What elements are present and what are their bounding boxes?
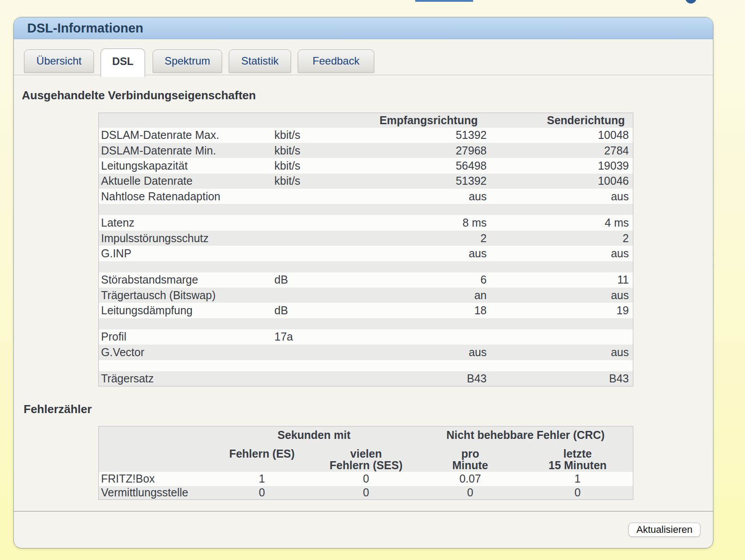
connection-row: Latenz8 ms4 ms xyxy=(99,215,633,230)
connection-row: TrägersatzB43B43 xyxy=(99,371,633,386)
connection-row: LeitungsdämpfungdB1819 xyxy=(99,303,633,318)
connection-properties-table: Empfangsrichtung Senderichtung DSLAM-Dat… xyxy=(98,113,633,386)
tab-dsl[interactable]: DSL xyxy=(101,49,145,77)
error-counter-table: Sekunden mit Nicht behebbare Fehler (CRC… xyxy=(98,426,633,500)
tab-bar: ÜbersichtDSLSpektrumStatistikFeedback xyxy=(14,49,713,95)
spacer-row xyxy=(99,318,633,329)
group-header-seconds: Sekunden mit xyxy=(210,426,418,444)
connection-row: Aktuelle Datenratekbit/s5139210046 xyxy=(99,174,633,189)
column-header-per-minute: proMinute xyxy=(418,444,522,472)
connection-row: Impulsstörungsschutz22 xyxy=(99,231,633,246)
error-row: Vermittlungsstelle0000 xyxy=(99,486,633,500)
connection-row: Profil17a xyxy=(99,329,633,345)
footer-separator xyxy=(14,511,713,511)
tab-spektrum[interactable]: Spektrum xyxy=(153,49,222,73)
window-title-bar: DSL-Informationen xyxy=(14,17,713,39)
refresh-button[interactable]: Aktualisieren xyxy=(628,523,700,537)
spacer-row xyxy=(99,360,633,371)
connection-row: StörabstandsmargedB611 xyxy=(99,272,633,288)
cropped-help-icon[interactable] xyxy=(685,0,696,4)
connection-row: Leitungskapazitätkbit/s5649819039 xyxy=(99,158,633,173)
connection-row: DSLAM-Datenrate Min.kbit/s279682784 xyxy=(99,143,633,158)
page-title: DSL-Informationen xyxy=(27,21,143,36)
connection-row: G.INPausaus xyxy=(99,246,633,261)
group-header-crc: Nicht behebbare Fehler (CRC) xyxy=(418,426,633,444)
connection-row: Trägertausch (Bitswap)anaus xyxy=(99,288,633,303)
section-heading-errors: Fehlerzähler xyxy=(24,402,92,416)
dsl-information-window: DSL-Informationen ÜbersichtDSLSpektrumSt… xyxy=(13,17,713,548)
tab-feedback[interactable]: Feedback xyxy=(298,49,374,73)
tab-statistik[interactable]: Statistik xyxy=(229,49,291,73)
cropped-top-button[interactable] xyxy=(415,0,473,2)
tab-bersicht[interactable]: Übersicht xyxy=(24,49,94,73)
connection-row: DSLAM-Datenrate Max.kbit/s5139210048 xyxy=(99,128,633,143)
error-row: FRITZ!Box100.071 xyxy=(99,472,633,486)
spacer-row xyxy=(99,204,633,215)
column-header-send: Senderichtung xyxy=(491,113,633,128)
spacer-row xyxy=(99,261,633,272)
connection-row: G.Vectorausaus xyxy=(99,345,633,360)
column-header-last-15: letzte15 Minuten xyxy=(522,444,633,472)
connection-row: Nahtlose Ratenadaptionausaus xyxy=(99,189,633,204)
column-header-receive: Empfangsrichtung xyxy=(379,113,491,128)
column-header-ses: vielenFehlern (SES) xyxy=(314,444,418,472)
column-header-es: Fehlern (ES) xyxy=(210,444,314,472)
